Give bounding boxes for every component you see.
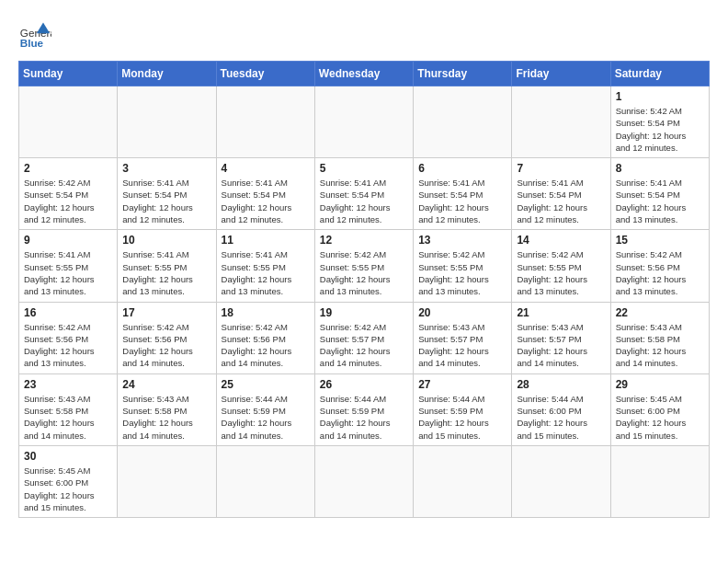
calendar-cell: 21Sunrise: 5:43 AMSunset: 5:57 PMDayligh…: [512, 302, 610, 373]
day-number: 21: [517, 306, 605, 319]
weekday-header-monday: Monday: [118, 62, 216, 86]
calendar-cell: 9Sunrise: 5:41 AMSunset: 5:55 PMDaylight…: [19, 230, 118, 302]
day-info: Sunrise: 5:41 AMSunset: 5:54 PMDaylight:…: [122, 177, 210, 225]
day-info: Sunrise: 5:44 AMSunset: 5:59 PMDaylight:…: [418, 393, 506, 442]
day-info: Sunrise: 5:45 AMSunset: 6:00 PMDaylight:…: [24, 465, 112, 513]
day-number: 5: [320, 162, 408, 175]
calendar-cell: [512, 445, 610, 517]
calendar-cell: 17Sunrise: 5:42 AMSunset: 5:56 PMDayligh…: [118, 302, 216, 373]
day-number: 27: [418, 378, 506, 391]
calendar-cell: [216, 86, 314, 158]
day-number: 22: [616, 306, 704, 319]
day-number: 25: [222, 378, 310, 391]
calendar-cell: 14Sunrise: 5:42 AMSunset: 5:55 PMDayligh…: [512, 230, 610, 302]
day-info: Sunrise: 5:42 AMSunset: 5:56 PMDaylight:…: [122, 321, 210, 370]
calendar-cell: [314, 445, 413, 517]
day-number: 4: [222, 162, 310, 175]
day-number: 26: [320, 378, 408, 391]
day-number: 13: [418, 234, 506, 247]
day-info: Sunrise: 5:41 AMSunset: 5:55 PMDaylight:…: [222, 248, 310, 297]
day-info: Sunrise: 5:41 AMSunset: 5:54 PMDaylight:…: [517, 177, 605, 225]
day-info: Sunrise: 5:42 AMSunset: 5:55 PMDaylight:…: [418, 248, 506, 297]
day-info: Sunrise: 5:42 AMSunset: 5:57 PMDaylight:…: [320, 321, 408, 370]
calendar-cell: 15Sunrise: 5:42 AMSunset: 5:56 PMDayligh…: [610, 230, 709, 302]
calendar-cell: 20Sunrise: 5:43 AMSunset: 5:57 PMDayligh…: [414, 302, 512, 373]
calendar-cell: [216, 445, 314, 517]
day-number: 29: [616, 378, 704, 391]
day-number: 6: [418, 162, 506, 175]
calendar-cell: 11Sunrise: 5:41 AMSunset: 5:55 PMDayligh…: [216, 230, 314, 302]
day-number: 30: [24, 450, 112, 463]
logo: General Blue: [18, 18, 51, 52]
day-info: Sunrise: 5:42 AMSunset: 5:55 PMDaylight:…: [320, 248, 408, 297]
calendar-cell: 5Sunrise: 5:41 AMSunset: 5:54 PMDaylight…: [314, 158, 413, 230]
day-info: Sunrise: 5:41 AMSunset: 5:54 PMDaylight:…: [320, 177, 408, 225]
calendar-cell: 26Sunrise: 5:44 AMSunset: 5:59 PMDayligh…: [314, 373, 413, 445]
calendar-cell: 4Sunrise: 5:41 AMSunset: 5:54 PMDaylight…: [216, 158, 314, 230]
calendar-cell: 19Sunrise: 5:42 AMSunset: 5:57 PMDayligh…: [314, 302, 413, 373]
calendar-cell: 8Sunrise: 5:41 AMSunset: 5:54 PMDaylight…: [610, 158, 709, 230]
calendar-cell: 3Sunrise: 5:41 AMSunset: 5:54 PMDaylight…: [118, 158, 216, 230]
calendar-cell: 6Sunrise: 5:41 AMSunset: 5:54 PMDaylight…: [414, 158, 512, 230]
day-info: Sunrise: 5:41 AMSunset: 5:55 PMDaylight:…: [24, 248, 112, 297]
day-number: 2: [24, 162, 112, 175]
calendar-table: SundayMondayTuesdayWednesdayThursdayFrid…: [18, 61, 710, 518]
day-number: 20: [418, 306, 506, 319]
calendar-cell: 28Sunrise: 5:44 AMSunset: 6:00 PMDayligh…: [512, 373, 610, 445]
day-number: 10: [122, 234, 210, 247]
svg-text:Blue: Blue: [20, 37, 44, 49]
day-info: Sunrise: 5:42 AMSunset: 5:56 PMDaylight:…: [24, 321, 112, 370]
day-number: 12: [320, 234, 408, 247]
day-info: Sunrise: 5:42 AMSunset: 5:56 PMDaylight:…: [222, 321, 310, 370]
weekday-header-tuesday: Tuesday: [216, 62, 314, 86]
day-info: Sunrise: 5:42 AMSunset: 5:55 PMDaylight:…: [517, 248, 605, 297]
day-number: 28: [517, 378, 605, 391]
day-number: 23: [24, 378, 112, 391]
day-info: Sunrise: 5:42 AMSunset: 5:56 PMDaylight:…: [616, 248, 704, 297]
day-info: Sunrise: 5:43 AMSunset: 5:57 PMDaylight:…: [517, 321, 605, 370]
day-number: 18: [222, 306, 310, 319]
calendar-cell: [314, 86, 413, 158]
calendar-cell: 18Sunrise: 5:42 AMSunset: 5:56 PMDayligh…: [216, 302, 314, 373]
day-info: Sunrise: 5:42 AMSunset: 5:54 PMDaylight:…: [616, 105, 704, 154]
day-number: 11: [222, 234, 310, 247]
calendar-cell: 7Sunrise: 5:41 AMSunset: 5:54 PMDaylight…: [512, 158, 610, 230]
calendar-cell: 27Sunrise: 5:44 AMSunset: 5:59 PMDayligh…: [414, 373, 512, 445]
calendar-cell: [118, 445, 216, 517]
weekday-header-sunday: Sunday: [19, 62, 118, 86]
calendar-cell: 29Sunrise: 5:45 AMSunset: 6:00 PMDayligh…: [610, 373, 709, 445]
day-info: Sunrise: 5:42 AMSunset: 5:54 PMDaylight:…: [24, 177, 112, 225]
calendar-cell: 23Sunrise: 5:43 AMSunset: 5:58 PMDayligh…: [19, 373, 118, 445]
calendar-cell: [118, 86, 216, 158]
calendar-cell: 25Sunrise: 5:44 AMSunset: 5:59 PMDayligh…: [216, 373, 314, 445]
day-info: Sunrise: 5:44 AMSunset: 5:59 PMDaylight:…: [320, 393, 408, 442]
calendar-cell: [610, 445, 709, 517]
page-header: General Blue: [18, 18, 710, 52]
weekday-header-friday: Friday: [512, 62, 610, 86]
day-number: 16: [24, 306, 112, 319]
calendar-cell: 10Sunrise: 5:41 AMSunset: 5:55 PMDayligh…: [118, 230, 216, 302]
day-number: 19: [320, 306, 408, 319]
day-info: Sunrise: 5:43 AMSunset: 5:58 PMDaylight:…: [24, 393, 112, 442]
day-info: Sunrise: 5:44 AMSunset: 5:59 PMDaylight:…: [222, 393, 310, 442]
calendar-cell: 22Sunrise: 5:43 AMSunset: 5:58 PMDayligh…: [610, 302, 709, 373]
day-number: 3: [122, 162, 210, 175]
day-info: Sunrise: 5:41 AMSunset: 5:55 PMDaylight:…: [122, 248, 210, 297]
calendar-cell: 24Sunrise: 5:43 AMSunset: 5:58 PMDayligh…: [118, 373, 216, 445]
calendar-cell: 2Sunrise: 5:42 AMSunset: 5:54 PMDaylight…: [19, 158, 118, 230]
day-number: 24: [122, 378, 210, 391]
day-info: Sunrise: 5:41 AMSunset: 5:54 PMDaylight:…: [418, 177, 506, 225]
calendar-cell: [414, 445, 512, 517]
weekday-header-saturday: Saturday: [610, 62, 709, 86]
calendar-cell: [512, 86, 610, 158]
day-number: 7: [517, 162, 605, 175]
day-info: Sunrise: 5:41 AMSunset: 5:54 PMDaylight:…: [616, 177, 704, 225]
day-number: 1: [616, 90, 704, 103]
day-info: Sunrise: 5:41 AMSunset: 5:54 PMDaylight:…: [222, 177, 310, 225]
day-info: Sunrise: 5:44 AMSunset: 6:00 PMDaylight:…: [517, 393, 605, 442]
calendar-cell: [414, 86, 512, 158]
weekday-header-thursday: Thursday: [414, 62, 512, 86]
calendar-cell: 30Sunrise: 5:45 AMSunset: 6:00 PMDayligh…: [19, 445, 118, 517]
day-number: 15: [616, 234, 704, 247]
calendar-cell: 12Sunrise: 5:42 AMSunset: 5:55 PMDayligh…: [314, 230, 413, 302]
